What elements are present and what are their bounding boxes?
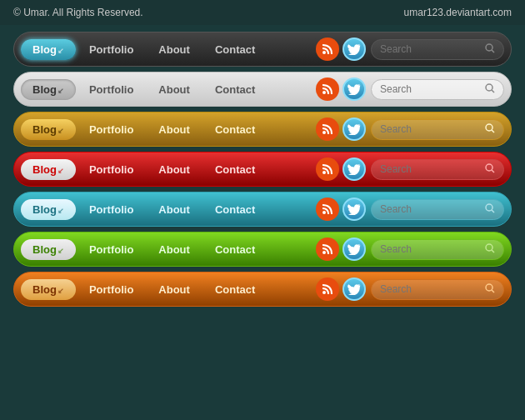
svg-point-7 [486, 124, 492, 131]
header: © Umar. All Rights Reserved. umar123.dev… [0, 0, 525, 25]
search-input-light[interactable] [380, 83, 485, 95]
nav-icons-light [316, 78, 366, 101]
svg-line-8 [492, 130, 494, 132]
search-input-gold[interactable] [380, 123, 485, 135]
nav-btn-portfolio-teal[interactable]: Portfolio [78, 199, 145, 220]
nav-btn-blog-green[interactable]: Blog↙ [21, 239, 76, 260]
nav-btn-contact-green[interactable]: Contact [203, 239, 267, 260]
twitter-icon[interactable] [342, 118, 366, 141]
nav-btn-about-green[interactable]: About [147, 239, 202, 260]
twitter-icon[interactable] [342, 238, 366, 261]
nav-btn-portfolio-red[interactable]: Portfolio [78, 159, 145, 180]
rss-icon[interactable] [316, 118, 339, 141]
nav-btn-contact-teal[interactable]: Contact [203, 199, 267, 220]
deviantart-link[interactable]: umar123.deviantart.com [404, 7, 512, 18]
nav-btn-blog-red[interactable]: Blog↙ [21, 159, 76, 180]
navbar-dark: Blog↙PortfolioAboutContact [13, 32, 512, 67]
svg-line-5 [492, 90, 494, 92]
nav-btn-blog-dark[interactable]: Blog↙ [21, 39, 76, 60]
svg-point-3 [322, 91, 326, 94]
twitter-icon[interactable] [342, 78, 366, 101]
nav-btn-about-orange[interactable]: About [147, 279, 202, 300]
nav-icons-orange [316, 278, 366, 301]
search-input-teal[interactable] [380, 203, 485, 215]
twitter-icon[interactable] [342, 38, 366, 61]
nav-btn-portfolio-light[interactable]: Portfolio [78, 79, 145, 100]
nav-icons-dark [316, 38, 366, 61]
svg-line-2 [492, 50, 494, 52]
rss-icon[interactable] [316, 238, 339, 261]
search-icon[interactable] [485, 83, 495, 96]
search-icon[interactable] [485, 43, 495, 56]
nav-btn-about-red[interactable]: About [147, 159, 202, 180]
copyright-text: © Umar. All Rights Reserved. [13, 7, 143, 18]
twitter-icon[interactable] [342, 158, 366, 181]
rss-icon[interactable] [316, 158, 339, 181]
nav-btn-blog-gold[interactable]: Blog↙ [21, 119, 76, 140]
navbar-light: Blog↙PortfolioAboutContact [13, 72, 512, 107]
nav-btn-blog-orange[interactable]: Blog↙ [21, 279, 76, 300]
nav-btn-about-dark[interactable]: About [147, 39, 202, 60]
svg-point-13 [486, 204, 492, 211]
nav-btn-portfolio-orange[interactable]: Portfolio [78, 279, 145, 300]
nav-btn-contact-light[interactable]: Contact [203, 79, 267, 100]
svg-line-17 [492, 250, 494, 252]
nav-items-green: Blog↙PortfolioAboutContact [21, 239, 311, 260]
nav-btn-about-teal[interactable]: About [147, 199, 202, 220]
nav-btn-blog-light[interactable]: Blog↙ [21, 79, 76, 100]
svg-point-15 [322, 251, 326, 254]
nav-items-dark: Blog↙PortfolioAboutContact [21, 39, 311, 60]
svg-point-18 [322, 291, 326, 294]
search-area-teal [371, 199, 504, 220]
navbar-green: Blog↙PortfolioAboutContact [13, 232, 512, 267]
svg-point-9 [322, 171, 326, 174]
svg-point-6 [322, 131, 326, 134]
nav-btn-contact-orange[interactable]: Contact [203, 279, 267, 300]
search-input-orange[interactable] [380, 283, 485, 295]
rss-icon[interactable] [316, 278, 339, 301]
nav-btn-about-light[interactable]: About [147, 79, 202, 100]
rss-icon[interactable] [316, 38, 339, 61]
svg-point-12 [322, 211, 326, 214]
svg-line-20 [492, 290, 494, 292]
nav-btn-about-gold[interactable]: About [147, 119, 202, 140]
nav-items-orange: Blog↙PortfolioAboutContact [21, 279, 311, 300]
nav-icons-green [316, 238, 366, 261]
search-input-dark[interactable] [380, 43, 485, 55]
nav-btn-portfolio-dark[interactable]: Portfolio [78, 39, 145, 60]
twitter-icon[interactable] [342, 198, 366, 221]
nav-btn-blog-teal[interactable]: Blog↙ [21, 199, 76, 220]
search-icon[interactable] [485, 283, 495, 296]
nav-items-light: Blog↙PortfolioAboutContact [21, 79, 311, 100]
svg-point-16 [486, 244, 492, 251]
rss-icon[interactable] [316, 78, 339, 101]
search-area-light [371, 79, 504, 100]
nav-btn-contact-dark[interactable]: Contact [203, 39, 267, 60]
rss-icon[interactable] [316, 198, 339, 221]
navbar-red: Blog↙PortfolioAboutContact [13, 152, 512, 187]
navbar-teal: Blog↙PortfolioAboutContact [13, 192, 512, 227]
nav-btn-contact-red[interactable]: Contact [203, 159, 267, 180]
nav-btn-portfolio-green[interactable]: Portfolio [78, 239, 145, 260]
search-icon[interactable] [485, 243, 495, 256]
search-area-orange [371, 279, 504, 300]
svg-point-0 [322, 51, 326, 54]
nav-btn-contact-gold[interactable]: Contact [203, 119, 267, 140]
nav-btn-portfolio-gold[interactable]: Portfolio [78, 119, 145, 140]
navbar-orange: Blog↙PortfolioAboutContact [13, 272, 512, 307]
search-icon[interactable] [485, 123, 495, 136]
search-area-gold [371, 119, 504, 140]
svg-line-14 [492, 210, 494, 212]
svg-point-10 [486, 164, 492, 171]
search-input-red[interactable] [380, 163, 485, 175]
nav-icons-teal [316, 198, 366, 221]
nav-items-teal: Blog↙PortfolioAboutContact [21, 199, 311, 220]
search-area-green [371, 239, 504, 260]
search-icon[interactable] [485, 163, 495, 176]
nav-items-red: Blog↙PortfolioAboutContact [21, 159, 311, 180]
search-icon[interactable] [485, 203, 495, 216]
twitter-icon[interactable] [342, 278, 366, 301]
search-area-red [371, 159, 504, 180]
nav-icons-red [316, 158, 366, 181]
search-input-green[interactable] [380, 243, 485, 255]
